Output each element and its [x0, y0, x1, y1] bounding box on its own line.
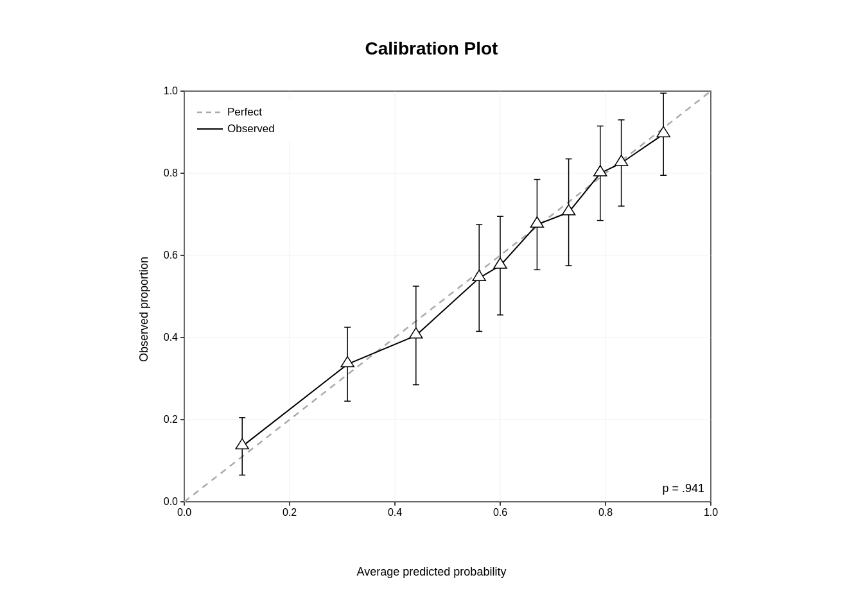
- svg-text:0.8: 0.8: [164, 167, 178, 178]
- chart-title: Calibration Plot: [365, 38, 498, 59]
- calibration-plot: 0.00.20.40.60.81.00.00.20.40.60.81.0Perf…: [126, 72, 737, 547]
- svg-text:0.2: 0.2: [164, 414, 178, 425]
- y-axis-label: Observed proportion: [137, 257, 151, 362]
- svg-text:0.8: 0.8: [598, 507, 613, 518]
- svg-text:0.2: 0.2: [283, 507, 297, 518]
- svg-text:p = .941: p = .941: [662, 482, 704, 495]
- svg-text:1.0: 1.0: [164, 85, 178, 96]
- svg-text:Perfect: Perfect: [227, 106, 262, 118]
- x-axis-label: Average predicted probability: [357, 565, 507, 579]
- svg-text:0.6: 0.6: [493, 507, 507, 518]
- svg-text:1.0: 1.0: [704, 507, 718, 518]
- svg-text:0.6: 0.6: [164, 250, 178, 261]
- svg-text:Observed: Observed: [227, 123, 275, 135]
- chart-container: Calibration Plot Observed proportion Ave…: [78, 32, 785, 584]
- chart-area: Observed proportion Average predicted pr…: [126, 72, 737, 547]
- svg-text:0.0: 0.0: [164, 496, 178, 507]
- svg-text:0.4: 0.4: [388, 507, 402, 518]
- svg-text:0.0: 0.0: [177, 507, 191, 518]
- svg-text:0.4: 0.4: [164, 332, 178, 343]
